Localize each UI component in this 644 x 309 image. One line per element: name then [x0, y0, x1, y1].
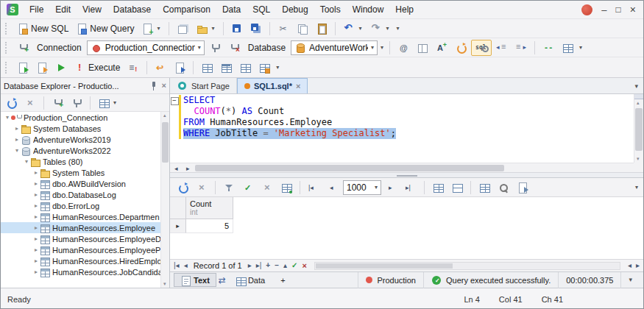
toolbar2-overflow-button[interactable]: ▾: [578, 44, 584, 51]
tree-item[interactable]: ▸System Databases: [1, 123, 160, 134]
new-window-button[interactable]: [174, 21, 191, 37]
previous-record-button[interactable]: [184, 262, 188, 269]
increase-indent-button[interactable]: [512, 40, 530, 56]
close-explorer-button[interactable]: [162, 82, 166, 90]
collapse-icon[interactable]: ▾: [13, 147, 21, 154]
tab-sql1[interactable]: SQL1.sql*: [237, 78, 308, 93]
document-outline-button[interactable]: [414, 40, 431, 56]
collapse-icon[interactable]: ▾: [23, 158, 30, 165]
expand-icon[interactable]: ▸: [32, 213, 40, 220]
menu-database[interactable]: Database: [108, 2, 156, 17]
expand-icon[interactable]: ▸: [32, 202, 40, 209]
tree-item[interactable]: ▾AdventureWorks2022: [1, 145, 160, 156]
editor-hscroll-thumb[interactable]: [195, 165, 504, 171]
new-sql-button[interactable]: New SQL: [14, 21, 71, 37]
maximize-button[interactable]: [616, 5, 621, 14]
save-button[interactable]: [228, 21, 246, 37]
tree-item[interactable]: ▸dbo.DatabaseLog: [1, 189, 160, 200]
explorer-connect-button[interactable]: [68, 95, 85, 111]
collapse-icon[interactable]: ▾: [4, 114, 11, 121]
expand-icon[interactable]: ▸: [32, 269, 40, 275]
tab-text-view[interactable]: Text: [174, 273, 216, 287]
grid-column-header[interactable]: Count int: [186, 197, 233, 219]
first-record-button[interactable]: [174, 262, 180, 269]
grid-view-button[interactable]: [429, 180, 447, 196]
database-refresh-dropdown[interactable]: ▾: [379, 44, 385, 51]
editor-vertical-scrollbar[interactable]: [634, 94, 643, 163]
tree-item[interactable]: ▸HumanResources.Employee: [1, 222, 160, 233]
delete-record-button[interactable]: [275, 262, 279, 269]
cut-button[interactable]: [275, 21, 292, 37]
edit-record-button[interactable]: [283, 262, 287, 269]
stop-refresh-button[interactable]: [21, 95, 39, 111]
expand-icon[interactable]: ▸: [13, 125, 21, 132]
export-data-button[interactable]: [514, 180, 531, 196]
expand-icon[interactable]: ▸: [32, 235, 40, 242]
tree-item[interactable]: ▸AdventureWorks2019: [1, 134, 160, 145]
menu-help[interactable]: Help: [390, 2, 419, 17]
database-combo[interactable]: AdventureWorks20...▾: [291, 40, 378, 55]
expand-icon[interactable]: ▸: [13, 136, 21, 143]
text-case-button[interactable]: [433, 40, 450, 56]
first-page-button[interactable]: [305, 180, 322, 196]
connect-button[interactable]: [206, 40, 224, 56]
rollback-button[interactable]: [152, 60, 169, 76]
disconnect-button[interactable]: [225, 40, 243, 56]
expand-icon[interactable]: ▸: [32, 191, 40, 198]
open-script-button[interactable]: [171, 60, 188, 76]
grid-corner-cell[interactable]: [170, 197, 186, 219]
expand-icon[interactable]: ▸: [32, 169, 40, 176]
cancel-filter-button[interactable]: [258, 180, 276, 196]
post-changes-button[interactable]: [291, 262, 297, 269]
menu-debug[interactable]: Debug: [277, 2, 313, 17]
redo-button[interactable]: ▾: [367, 21, 393, 37]
fold-toggle-icon[interactable]: [170, 95, 179, 106]
menu-edit[interactable]: Edit: [50, 2, 76, 17]
tree-item[interactable]: ▸HumanResources.HiredEmplo: [1, 255, 160, 266]
open-file-button[interactable]: ▾: [193, 21, 219, 37]
find-in-results-button[interactable]: [495, 180, 512, 196]
account-avatar[interactable]: [581, 4, 592, 15]
run-button[interactable]: [52, 60, 70, 76]
tree-item[interactable]: ▸System Tables: [1, 167, 160, 178]
previous-page-button[interactable]: [324, 180, 342, 196]
editor-horizontal-scrollbar[interactable]: [170, 163, 634, 172]
execution-plan-button[interactable]: [217, 60, 235, 76]
tree-item[interactable]: ▸HumanResources.JobCandida: [1, 266, 160, 277]
results-pane-button[interactable]: [236, 60, 254, 76]
results-hscroll-thumb[interactable]: [316, 263, 453, 269]
menu-tools[interactable]: Tools: [315, 2, 346, 17]
menu-file[interactable]: File: [24, 2, 49, 17]
menu-data[interactable]: Data: [217, 2, 246, 17]
explorer-scrollbar-thumb[interactable]: [162, 122, 169, 163]
explorer-scrollbar[interactable]: [160, 112, 169, 288]
tree-item[interactable]: ▸dbo.AWBuildVersion: [1, 178, 160, 189]
stop-results-button[interactable]: [193, 180, 210, 196]
apply-filter-button[interactable]: [239, 180, 257, 196]
pivot-table-button[interactable]: [255, 60, 273, 76]
tree-item[interactable]: ▸HumanResources.EmployeeD: [1, 233, 160, 244]
code-completion-button[interactable]: [394, 40, 412, 56]
execute-file-button[interactable]: [33, 60, 51, 76]
next-page-button[interactable]: [383, 180, 400, 196]
toolbar3-overflow-button[interactable]: ▾: [275, 64, 280, 71]
last-page-button[interactable]: [402, 180, 420, 196]
status-overflow-button[interactable]: [620, 272, 640, 288]
add-record-button[interactable]: [266, 262, 270, 269]
query-plan-button[interactable]: [198, 60, 216, 76]
copy-button[interactable]: [294, 21, 311, 37]
toolbar1-overflow-button[interactable]: ▾: [394, 25, 400, 32]
add-view-button[interactable]: +: [274, 273, 291, 287]
results-horizontal-scrollbar[interactable]: [314, 262, 620, 270]
refresh-results-button[interactable]: [174, 180, 191, 196]
code-lines[interactable]: SELECT COUNT(*) AS CountFROM HumanResour…: [170, 95, 634, 163]
tab-data-view[interactable]: Data: [228, 273, 272, 287]
results-scroll-right-button[interactable]: [636, 262, 640, 269]
menu-comparison[interactable]: Comparison: [158, 2, 216, 17]
editor-vscroll-thumb[interactable]: [635, 108, 643, 151]
scroll-right-icon[interactable]: [183, 163, 194, 173]
explorer-view-options-button[interactable]: ▾: [95, 95, 121, 111]
execute-script-button[interactable]: [124, 60, 142, 76]
editor-split-handle[interactable]: [634, 94, 643, 99]
new-connection-button[interactable]: [14, 40, 32, 56]
